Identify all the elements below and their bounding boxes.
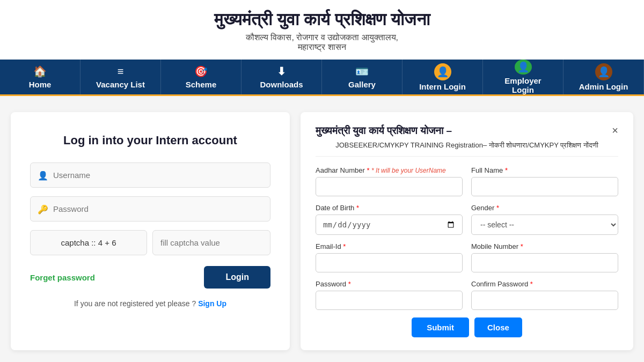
- mobile-input[interactable]: [471, 253, 618, 272]
- email-field: Email-Id *: [316, 242, 463, 272]
- employer-avatar: 👤: [515, 60, 532, 75]
- username-group: 👤: [30, 162, 270, 188]
- key-icon: 🔑: [38, 204, 48, 214]
- reg-row-4: Password * Confirm Password *: [316, 280, 618, 310]
- submit-button[interactable]: Submit: [412, 317, 469, 337]
- email-label: Email-Id *: [316, 242, 463, 250]
- home-icon: 🏠: [33, 65, 47, 78]
- reg-password-label: Password *: [316, 280, 463, 288]
- nav-employer-login[interactable]: 👤 Employer Login: [483, 60, 564, 94]
- site-subtitle: कौशल्य विकास, रोजगार व उद्योजकता आयुक्ता…: [11, 33, 633, 52]
- username-input[interactable]: [30, 162, 270, 188]
- dob-field: Date of Birth *: [316, 204, 463, 235]
- captcha-input[interactable]: [152, 230, 270, 255]
- fullname-label: Full Name *: [471, 166, 618, 174]
- reg-row-1: Aadhar Number * * It will be your UserNa…: [316, 166, 618, 196]
- nav-home-label: Home: [29, 80, 52, 89]
- gender-label: Gender *: [471, 204, 618, 212]
- confirm-password-field: Confirm Password *: [471, 280, 618, 310]
- gender-select[interactable]: -- select -- Male Female Other: [471, 215, 618, 235]
- nav-home[interactable]: 🏠 Home: [0, 60, 80, 94]
- aadhar-field: Aadhar Number * * It will be your UserNa…: [316, 166, 463, 196]
- gender-field: Gender * -- select -- Male Female Other: [471, 204, 618, 235]
- user-icon: 👤: [38, 170, 48, 180]
- nav-downloads[interactable]: ⬇ Downloads: [241, 60, 322, 94]
- nav-intern-label: Intern Login: [419, 82, 466, 91]
- nav-vacancy-label: Vacancy List: [96, 80, 145, 89]
- login-button[interactable]: Login: [204, 266, 270, 289]
- password-input[interactable]: [30, 196, 270, 221]
- nav-gallery-label: Gallery: [348, 80, 376, 89]
- reg-password-field: Password *: [316, 280, 463, 310]
- reg-actions: Submit Close: [316, 317, 618, 337]
- mobile-label: Mobile Number *: [471, 242, 618, 250]
- confirm-password-input[interactable]: [471, 291, 618, 310]
- login-title: Log in into your Intern account: [30, 134, 270, 147]
- nav-employer-label: Employer Login: [493, 76, 553, 94]
- aadhar-label: Aadhar Number * * It will be your UserNa…: [316, 166, 463, 174]
- reg-password-input[interactable]: [316, 291, 463, 310]
- register-row: If you are not registered yet please ? S…: [30, 299, 270, 308]
- close-modal-button[interactable]: ×: [612, 125, 618, 136]
- signup-link[interactable]: Sign Up: [198, 299, 226, 308]
- reg-subtitle: JOBSEEKER/CMYKPY TRAINING Registration– …: [316, 141, 618, 157]
- nav-admin-login[interactable]: 👤 Admin Login: [564, 60, 644, 94]
- captcha-row: captcha :: 4 + 6: [30, 230, 270, 255]
- nav-scheme-label: Scheme: [186, 80, 217, 89]
- registration-panel: मुख्यमंत्री युवा कार्य प्रशिक्षण योजना –…: [301, 112, 633, 350]
- password-group: 🔑: [30, 196, 270, 221]
- intern-avatar: 👤: [434, 63, 451, 80]
- dob-label: Date of Birth *: [316, 204, 463, 212]
- nav-admin-label: Admin Login: [579, 82, 628, 91]
- vacancy-icon: ≡: [118, 65, 124, 78]
- reg-header: मुख्यमंत्री युवा कार्य प्रशिक्षण योजना –…: [316, 125, 618, 137]
- close-action-button[interactable]: Close: [474, 317, 522, 337]
- aadhar-input[interactable]: [316, 177, 463, 196]
- navbar: 🏠 Home ≡ Vacancy List 🎯 Scheme ⬇ Downloa…: [0, 60, 644, 96]
- fullname-input[interactable]: [471, 177, 618, 196]
- confirm-password-label: Confirm Password *: [471, 280, 618, 288]
- nav-scheme[interactable]: 🎯 Scheme: [161, 60, 241, 94]
- scheme-icon: 🎯: [194, 65, 208, 78]
- email-input[interactable]: [316, 253, 463, 272]
- login-panel: Log in into your Intern account 👤 🔑 capt…: [11, 112, 290, 350]
- fullname-field: Full Name *: [471, 166, 618, 196]
- action-row: Forget password Login: [30, 266, 270, 289]
- dob-input[interactable]: [316, 215, 463, 235]
- forget-password-link[interactable]: Forget password: [30, 273, 95, 282]
- main-content: Log in into your Intern account 👤 🔑 capt…: [0, 96, 644, 362]
- reg-row-3: Email-Id * Mobile Number *: [316, 242, 618, 272]
- reg-row-2: Date of Birth * Gender * -- select -- Ma…: [316, 204, 618, 235]
- captcha-display: captcha :: 4 + 6: [30, 230, 147, 255]
- nav-intern-login[interactable]: 👤 Intern Login: [402, 60, 483, 94]
- reg-title: मुख्यमंत्री युवा कार्य प्रशिक्षण योजना –: [316, 125, 452, 137]
- register-text: If you are not registered yet please ?: [74, 299, 196, 308]
- nav-vacancy-list[interactable]: ≡ Vacancy List: [80, 60, 161, 94]
- mobile-field: Mobile Number *: [471, 242, 618, 272]
- gallery-icon: 🪪: [355, 65, 369, 78]
- header: मुख्यमंत्री युवा कार्य प्रशिक्षण योजना क…: [0, 0, 644, 96]
- downloads-icon: ⬇: [277, 65, 286, 78]
- nav-gallery[interactable]: 🪪 Gallery: [322, 60, 402, 94]
- site-title: मुख्यमंत्री युवा कार्य प्रशिक्षण योजना: [11, 10, 633, 29]
- admin-avatar: 👤: [595, 63, 612, 80]
- nav-downloads-label: Downloads: [260, 80, 303, 89]
